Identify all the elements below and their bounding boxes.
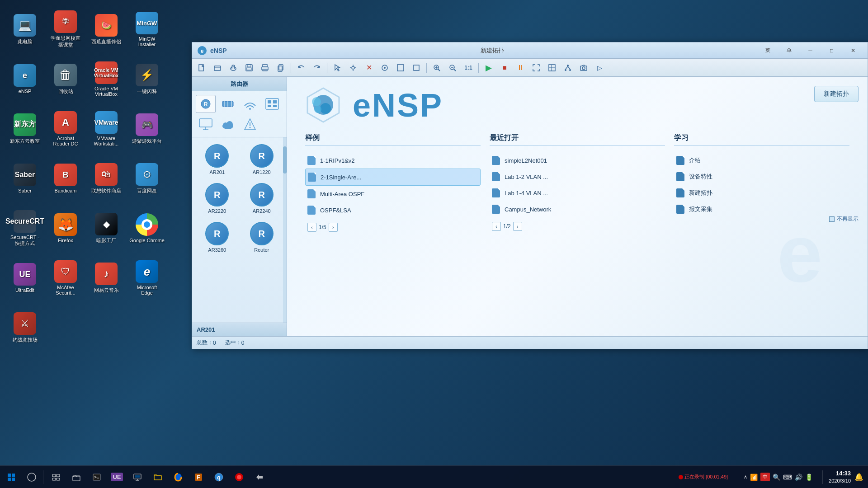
- toolbar-delete[interactable]: ✕: [362, 61, 376, 75]
- no-show-checkbox[interactable]: [829, 216, 835, 222]
- desktop-icon-lianxiang[interactable]: 🛍 联想软件商店: [86, 154, 127, 203]
- firefox-taskbar[interactable]: [168, 466, 188, 488]
- desktop-icon-xigua[interactable]: 🍉 西瓜直播伴侣: [86, 5, 127, 54]
- desktop-icon-xindong[interactable]: 新东方 新东方云教室: [5, 104, 45, 154]
- desktop-icon-acrobat[interactable]: A AcrobatReader DC: [45, 104, 86, 154]
- category-monitor[interactable]: [196, 115, 216, 133]
- desktop-icon-chrome[interactable]: Google Chrome: [127, 203, 167, 253]
- toolbar-cloud[interactable]: [226, 61, 241, 75]
- device-AR2220[interactable]: R AR2220: [197, 181, 238, 216]
- recent-prev[interactable]: ‹: [492, 222, 501, 231]
- device-AR1220[interactable]: R AR1220: [241, 142, 283, 177]
- category-firewall[interactable]: [262, 95, 282, 113]
- toolbar-actual[interactable]: 1:1: [461, 61, 476, 75]
- desktop-icon-firefox[interactable]: 🦊 Firefox: [45, 203, 86, 253]
- toolbar-copy[interactable]: [274, 61, 288, 75]
- category-script[interactable]: [240, 115, 260, 133]
- category-switch[interactable]: [218, 95, 238, 113]
- category-router[interactable]: R: [196, 95, 216, 113]
- desktop-icon-vmware[interactable]: VMware VMwareWorkstati...: [86, 104, 127, 154]
- recent-item-3[interactable]: Lab 1-4 VLAN ...: [490, 185, 665, 201]
- tray-arrow[interactable]: ∧: [744, 474, 747, 480]
- scrollbar-thumb[interactable]: [283, 146, 287, 174]
- toolbar-pause[interactable]: ⏸: [513, 61, 528, 75]
- sample-item-4[interactable]: OSPF&LSA: [305, 202, 481, 218]
- toolbar-capture[interactable]: [377, 61, 392, 75]
- desktop-icon-recycle[interactable]: 🗑 回收站: [45, 54, 86, 104]
- canvas-area[interactable]: eNSP 新建拓扑 样例 1-1RIPv1&v2: [287, 77, 868, 336]
- learn-item-2[interactable]: 设备特性: [674, 169, 849, 185]
- desktop-icon-pc[interactable]: 💻 此电脑: [5, 5, 45, 54]
- desktop-icon-baidu[interactable]: ⊙ 百度网盘: [127, 154, 167, 203]
- desktop-icon-bandicam[interactable]: B Bandicam: [45, 154, 86, 203]
- samples-next[interactable]: ›: [329, 223, 338, 232]
- desktop-icon-youju[interactable]: 🎮 游聚游戏平台: [127, 104, 167, 154]
- taskbar-clock[interactable]: 14:33 2020/3/10: [829, 470, 851, 484]
- terminal-button[interactable]: [86, 466, 107, 488]
- toolbar-pan[interactable]: [346, 61, 360, 75]
- desktop-icon-ensp[interactable]: e eNSP: [5, 54, 45, 104]
- record-button[interactable]: [229, 466, 249, 488]
- toolbar-stop[interactable]: ■: [497, 61, 512, 75]
- desktop-icon-study[interactable]: 学 学而思网校直播课堂: [45, 5, 86, 54]
- toolbar-rect[interactable]: [409, 61, 424, 75]
- menu-button2[interactable]: 单: [779, 45, 799, 56]
- category-wireless[interactable]: [240, 95, 260, 113]
- qbittorrent-button[interactable]: q: [208, 466, 229, 488]
- filezilla-button[interactable]: F: [188, 466, 208, 488]
- new-topo-button[interactable]: 新建拓扑: [814, 86, 859, 102]
- device-AR3260[interactable]: R AR3260: [197, 220, 238, 255]
- toolbar-print[interactable]: [258, 61, 272, 75]
- menu-button[interactable]: 菜: [758, 45, 778, 56]
- desktop-icon-163[interactable]: ♪ 网易云音乐: [86, 253, 127, 303]
- close-button[interactable]: ✕: [843, 45, 863, 56]
- device-Router[interactable]: R Router: [241, 220, 283, 255]
- desktop-icon-secure[interactable]: SecureCRT SecureCRT -快捷方式: [5, 203, 45, 253]
- toolbar-play[interactable]: ▶: [481, 61, 496, 75]
- toolbar-zoomin[interactable]: [429, 61, 444, 75]
- maximize-button[interactable]: □: [821, 45, 842, 56]
- device-AR201[interactable]: R AR201: [197, 142, 238, 177]
- samples-prev[interactable]: ‹: [307, 223, 316, 232]
- category-cloud[interactable]: [218, 115, 238, 133]
- toolbar-save[interactable]: [242, 61, 256, 75]
- explorer-button[interactable]: [147, 466, 168, 488]
- desktop-icon-mingw[interactable]: MinGW MinGWInstaller: [127, 5, 167, 54]
- desktop-icon-edge[interactable]: e MicrosoftEdge: [127, 253, 167, 303]
- desktop-icon-saber[interactable]: Saber Saber: [5, 154, 45, 203]
- toolbar-grid[interactable]: [545, 61, 559, 75]
- tray-icon-1[interactable]: 🔍: [773, 474, 780, 481]
- recent-item-4[interactable]: Campus_Network: [490, 201, 665, 217]
- sample-item-2[interactable]: 2-1Single-Are...: [305, 169, 481, 186]
- tray-icon-3[interactable]: 🔊: [795, 474, 802, 481]
- recent-next[interactable]: ›: [513, 222, 522, 231]
- toolbar-fullscreen[interactable]: [529, 61, 543, 75]
- file-explorer-button[interactable]: [66, 466, 86, 488]
- desktop-icon-battle[interactable]: ⚔ 约战竞技场: [5, 303, 45, 352]
- sample-item-1[interactable]: 1-1RIPv1&v2: [305, 152, 481, 169]
- ultraedit-taskbar[interactable]: UE: [107, 466, 127, 488]
- toolbar-new[interactable]: [194, 61, 209, 75]
- recent-item-1[interactable]: simpleL2Net001: [490, 152, 665, 169]
- scrollbar-track[interactable]: [283, 137, 287, 323]
- learn-item-1[interactable]: 介绍: [674, 152, 849, 169]
- recent-item-2[interactable]: Lab 1-2 VLAN ...: [490, 169, 665, 185]
- task-view-button[interactable]: [46, 466, 66, 488]
- learn-item-3[interactable]: 新建拓扑: [674, 185, 849, 201]
- extra-app-button[interactable]: [249, 466, 269, 488]
- desktop-icon-yinying[interactable]: ◆ 暗影工厂: [86, 203, 127, 253]
- tray-wifi[interactable]: 📶: [750, 474, 758, 481]
- toolbar-select[interactable]: [330, 61, 344, 75]
- minimize-button[interactable]: ─: [800, 45, 821, 56]
- desktop-icon-oracle[interactable]: Oracle VMVirtualBox Oracle VMVirtualBox: [86, 54, 127, 104]
- toolbar-camera[interactable]: [576, 61, 591, 75]
- toolbar-more[interactable]: ▷: [592, 61, 607, 75]
- ime-indicator[interactable]: 中: [760, 473, 770, 481]
- sample-item-3[interactable]: Multi-Area OSPF: [305, 186, 481, 202]
- search-button[interactable]: [23, 466, 41, 488]
- start-button[interactable]: [0, 466, 23, 488]
- tray-icon-2[interactable]: ⌨: [783, 474, 792, 481]
- toolbar-zoomout[interactable]: [445, 61, 460, 75]
- desktop-icon-yijian[interactable]: ⚡ 一键闪释: [127, 54, 167, 104]
- toolbar-text[interactable]: [393, 61, 408, 75]
